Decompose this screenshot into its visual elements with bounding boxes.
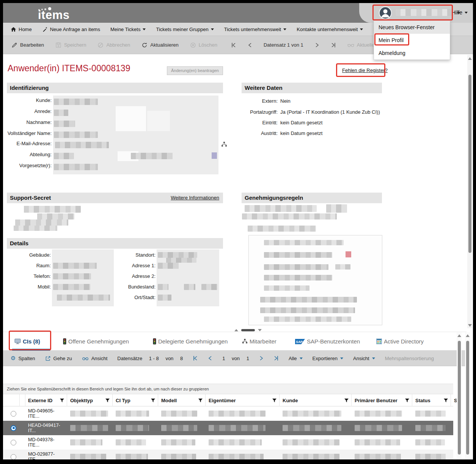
table-row[interactable]: MD-049605-ITE... [3,406,453,421]
menu-item-new-browser-window[interactable]: Neues Browser-Fenster [374,21,450,34]
export-dropdown[interactable]: Exportieren [313,356,343,361]
user-avatar[interactable] [379,6,392,19]
header-status[interactable]: Status [412,394,451,406]
missing-register-link[interactable]: Fehlen die Register? [342,67,388,73]
prev-page-icon [208,355,212,361]
tab-active-directory[interactable]: Active Directory [376,332,424,351]
grid-first-page-button[interactable] [193,355,198,361]
grid-next-page-button[interactable] [259,355,264,361]
cancel-button[interactable]: Abbrechen [97,42,130,48]
tab-employees[interactable]: Mitarbeiter [242,332,276,351]
filter-icon[interactable] [60,398,64,403]
tab-sap-accounts[interactable]: SAP SAP-Benutzerkonten [295,332,360,351]
x-circle-icon [190,42,196,48]
menu-item-my-profile[interactable]: Mein Profil [374,34,450,47]
pencil-icon [11,42,17,48]
filter-icon[interactable] [405,398,410,403]
scroll-up-arrow[interactable] [468,57,472,60]
goto-button[interactable]: Gehe zu [45,356,72,361]
table-row-selected[interactable]: HEAD-049417-IT... [3,421,453,435]
columns-button[interactable]: ⚙ Spalten [11,355,35,362]
refresh-button[interactable]: Aktualisieren [141,42,178,48]
pane-splitter[interactable] [3,328,467,332]
prev-record-button[interactable] [248,42,252,48]
nav-my-tickets[interactable]: Meine Tickets [110,27,146,32]
splitter-handle[interactable] [241,329,255,331]
row-radio-checked[interactable] [11,425,16,431]
header-modell[interactable]: Modell [158,394,206,406]
grid-header-row: Externe ID Objekttyp CI Typ Modell Eigen… [3,394,453,406]
header-primaerer-benutzer[interactable]: Primärer Benutzer [352,394,412,406]
row-radio[interactable] [11,411,16,417]
edit-button[interactable]: Bearbeiten [11,42,44,48]
scrollbar-thumb[interactable] [458,341,461,455]
nav-company-tickets[interactable]: Tickets unternehmensweit [224,27,287,32]
scrollbar-thumb[interactable] [468,75,471,253]
collapse-down-icon[interactable] [258,329,262,331]
row-radio[interactable] [11,454,16,460]
header-objekttyp[interactable]: Objekttyp [67,394,113,406]
filter-icon[interactable] [443,398,448,403]
pane-scrollbar-outer[interactable] [465,332,470,459]
menu-item-logout[interactable]: Abmeldung [374,47,450,60]
filter-icon[interactable] [105,398,110,403]
tab-delegated-approvals[interactable]: Delegierte Genehmigungen [153,332,228,351]
home-icon [11,27,16,32]
filter-icon[interactable] [272,398,277,403]
header-ci-typ[interactable]: CI Typ [113,394,158,406]
nav-group-tickets[interactable]: Tickets meiner Gruppen [156,27,214,32]
header-externe-id[interactable]: Externe ID [25,394,67,406]
filter-icon[interactable] [151,398,156,403]
table-row[interactable]: MO-029877-ITE... [3,450,453,459]
header-kunde[interactable]: Kunde [280,394,352,406]
redacted-text [201,284,217,290]
request-changes-button[interactable]: Änderung(en) beantragen [167,66,223,75]
grid-last-page-button[interactable] [273,355,279,361]
save-button[interactable]: Speichern [55,42,86,48]
org-chart-icon[interactable] [221,141,227,147]
page-size-dropdown[interactable]: Alle [289,356,303,361]
multisort-button[interactable]: Mehrspaltensortierung [385,356,434,361]
header-eigentuemer[interactable]: Eigentümer [206,394,280,406]
prev-record-icon [248,42,252,48]
pane-scrollbar-inner[interactable] [457,332,462,459]
redacted-text [242,213,337,219]
more-information-link[interactable]: Weitere Informationen [171,193,219,203]
redacted-text [55,142,109,148]
section-header-approval-rules: Genehmigungsregeln [242,193,382,203]
header-partial-column[interactable]: S [451,394,456,406]
last-page-icon [273,355,279,361]
table-row[interactable]: MD-049378-ITE... [3,435,453,450]
delete-button[interactable]: Löschen [190,42,217,48]
nav-company-contacts[interactable]: Kontakte unternehmensweit [297,27,363,32]
filter-icon[interactable] [198,398,203,403]
redacted-text [57,295,110,301]
section-header-details: Details [7,238,223,249]
tab-cis[interactable]: CIs (8) [14,332,40,351]
nav-home[interactable]: Home [11,27,32,32]
nav-new-request[interactable]: Neue Anfrage an items [42,27,100,32]
redacted-cell [70,411,108,417]
scrollbar-thumb[interactable] [466,341,469,455]
view-button[interactable]: Ansicht [82,356,108,361]
scroll-up-arrow[interactable] [466,334,470,337]
last-record-button[interactable] [331,42,336,48]
redacted-cell [209,425,265,431]
first-record-icon [231,42,236,48]
row-radio[interactable] [11,440,16,445]
main-scrollbar[interactable] [467,55,472,328]
redacted-text [54,164,98,170]
scroll-up-arrow[interactable] [457,334,461,337]
redacted-text [37,213,74,219]
filter-icon[interactable] [344,398,349,403]
help-menu[interactable]: Hilfe [452,9,468,16]
view-dropdown[interactable]: Ansicht [353,356,375,361]
record-position: Datensatz 1 von 1 [264,42,303,48]
redacted-text [54,121,75,127]
collapse-up-icon[interactable] [234,329,238,331]
tab-open-approvals[interactable]: Offene Genehmigungen [63,332,129,351]
first-record-button[interactable] [231,42,236,48]
scroll-down-arrow[interactable] [468,324,472,327]
grid-prev-page-button[interactable] [208,355,212,361]
next-record-button[interactable] [315,42,319,48]
